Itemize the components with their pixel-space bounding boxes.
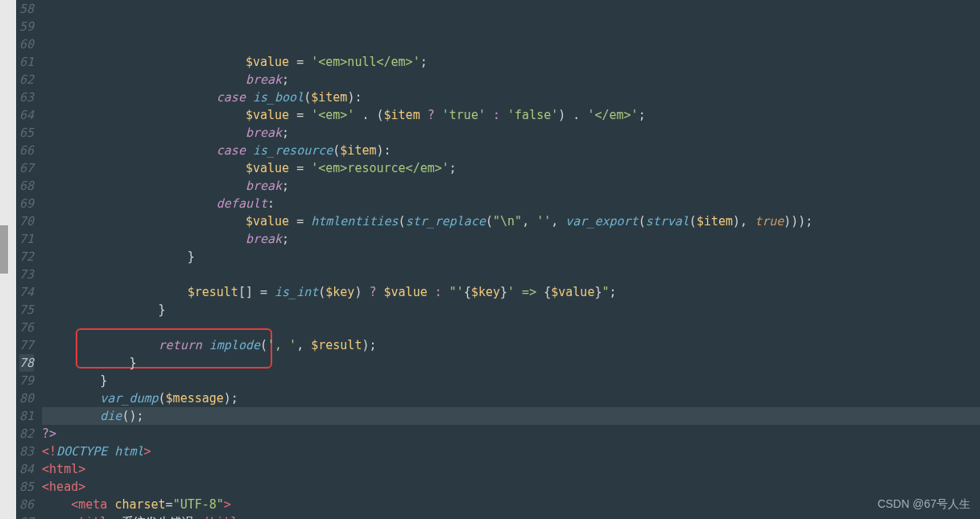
line-number: 83	[19, 443, 34, 460]
code-line[interactable]: break;	[42, 71, 980, 89]
line-number: 66	[19, 142, 34, 159]
code-line[interactable]: $value = htmlentities(str_replace("\n", …	[42, 212, 980, 230]
line-number: 84	[19, 460, 34, 478]
line-number: 73	[19, 266, 34, 283]
code-line[interactable]: var_dump($message);	[42, 389, 980, 407]
line-number: 64	[19, 106, 34, 124]
line-number: 87	[19, 513, 34, 519]
code-line[interactable]: $value = '<em>null</em>';	[42, 53, 980, 71]
code-line[interactable]: break;	[42, 230, 980, 248]
line-number: 58	[19, 0, 34, 18]
line-number: 86	[19, 496, 34, 513]
watermark-text: CSDN @67号人生	[878, 495, 970, 513]
line-number: 65	[19, 124, 34, 142]
line-number: 76	[19, 319, 34, 336]
line-number: 68	[19, 177, 34, 195]
code-line[interactable]: case is_bool($item):	[42, 89, 980, 106]
line-number: 81	[19, 407, 34, 425]
line-number: 82	[19, 425, 34, 443]
line-number: 67	[19, 159, 34, 177]
line-number: 80	[19, 389, 34, 407]
code-line[interactable]: }	[42, 372, 980, 389]
line-number: 75	[19, 301, 34, 319]
code-line[interactable]: break;	[42, 124, 980, 142]
line-number: 62	[19, 71, 34, 89]
line-number: 77	[19, 336, 34, 354]
code-line[interactable]: die();	[42, 407, 980, 425]
line-number: 63	[19, 89, 34, 106]
code-line[interactable]: <meta charset="UTF-8">	[42, 496, 980, 513]
code-editor[interactable]: 5859606162636465666768697071727374757677…	[0, 0, 980, 519]
line-number: 70	[19, 212, 34, 230]
code-line[interactable]: $value = '<em>' . ($item ? 'true' : 'fal…	[42, 106, 980, 124]
code-line[interactable]: return implode(', ', $result);	[42, 336, 980, 354]
code-line[interactable]: $value = '<em>resource</em>';	[42, 159, 980, 177]
code-line[interactable]: $result[] = is_int($key) ? $value : "'{$…	[42, 283, 980, 301]
line-number: 59	[19, 18, 34, 35]
line-number: 78	[19, 354, 34, 372]
code-line[interactable]: break;	[42, 177, 980, 195]
line-number: 69	[19, 195, 34, 212]
code-line[interactable]: <head>	[42, 478, 980, 496]
scrollbar-thumb[interactable]	[0, 225, 8, 274]
code-line[interactable]: <html>	[42, 460, 980, 478]
code-line[interactable]: }	[42, 248, 980, 266]
line-number: 72	[19, 248, 34, 266]
line-number: 60	[19, 35, 34, 53]
code-line[interactable]: }	[42, 301, 980, 319]
code-line[interactable]: }	[42, 354, 980, 372]
code-line[interactable]: default:	[42, 195, 980, 212]
line-number: 79	[19, 372, 34, 389]
code-line[interactable]: ?>	[42, 425, 980, 443]
code-line[interactable]	[42, 319, 980, 336]
code-line[interactable]: <!DOCTYPE html>	[42, 443, 980, 460]
line-number: 71	[19, 230, 34, 248]
code-line[interactable]: case is_resource($item):	[42, 142, 980, 159]
code-content-area[interactable]: $value = '<em>null</em>'; break; case is…	[42, 0, 980, 519]
line-number: 74	[19, 283, 34, 301]
line-number: 85	[19, 478, 34, 496]
line-number: 61	[19, 53, 34, 71]
code-line[interactable]: <title>系统发生错误</title>	[42, 513, 980, 519]
code-line[interactable]	[42, 266, 980, 283]
